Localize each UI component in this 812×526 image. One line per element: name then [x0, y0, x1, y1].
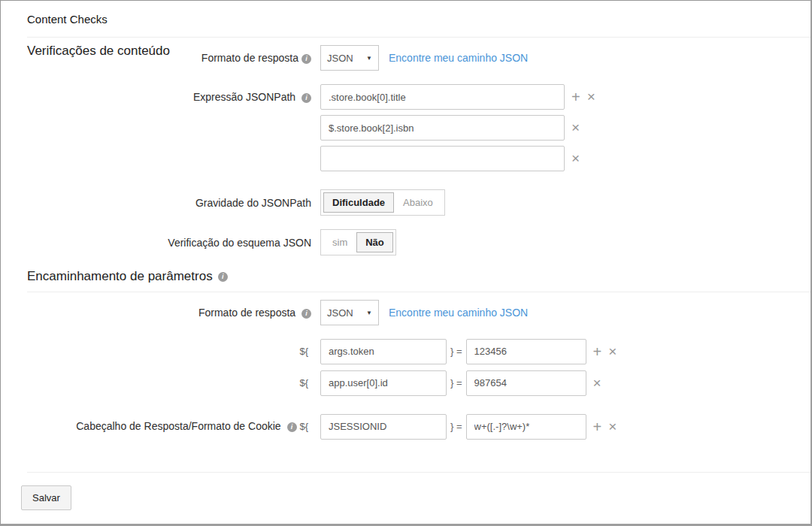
response-format-select-2[interactable]: JSON ▼ [320, 300, 379, 325]
section2-heading: Encaminhamento de parâmetros [27, 269, 213, 284]
remove-row-icon[interactable]: × [571, 146, 580, 171]
jsonpath-severity-toggle: Dificuldade Abaixo [320, 189, 445, 216]
app-window: Content Checks Verificações de conteúdo … [0, 0, 812, 526]
param-row-2: ${ } = × [27, 370, 810, 396]
cookie-format-row: Cabeçalho de Resposta/Formato de Cookie … [27, 413, 810, 440]
param-value-input-1[interactable] [466, 339, 586, 364]
jsonpath-severity-row: Gravidade do JSONPath Dificuldade Abaixo [27, 189, 810, 216]
response-format-label-2: Formato de resposta i [27, 300, 320, 325]
section2-divider [27, 292, 810, 292]
section-parameter-forwarding: Encaminhamento de parâmetros i Formato d… [27, 269, 810, 440]
cookie-value-input[interactable] [466, 414, 586, 440]
jsonpath-input-3[interactable] [320, 146, 565, 171]
response-format-select-1[interactable]: JSON ▼ [320, 45, 379, 71]
jsonpath-input-2[interactable] [320, 115, 565, 141]
schema-option-nao[interactable]: Não [356, 232, 393, 252]
param-row-spacer: ${ [27, 338, 320, 364]
find-json-path-link-1[interactable]: Encontre meu caminho JSON [389, 52, 528, 64]
section1-heading: Verificações de conteúdo [27, 44, 170, 59]
jsonpath-severity-label: Gravidade do JSONPath [27, 190, 320, 216]
info-icon[interactable]: i [301, 309, 311, 319]
find-json-path-link-2[interactable]: Encontre meu caminho JSON [389, 307, 528, 319]
jsonpath-row: + × [320, 84, 595, 110]
schema-option-sim[interactable]: sim [323, 232, 356, 252]
param-row-1: ${ } = + × [27, 338, 810, 364]
param-key-input-2[interactable] [320, 370, 447, 396]
json-schema-check-toggle: sim Não [320, 229, 396, 255]
jsonpath-row: × [320, 115, 595, 141]
json-schema-check-row: Verificação do esquema JSON sim Não [27, 229, 810, 255]
jsonpath-expression-label: Expressão JSONPath i [27, 84, 320, 110]
cookie-key-input[interactable] [320, 414, 447, 440]
response-format-row-2: Formato de resposta i JSON ▼ Encontre me… [27, 300, 810, 325]
severity-option-abaixo[interactable]: Abaixo [394, 192, 442, 213]
jsonpath-expression-group: Expressão JSONPath i + × × × [27, 84, 810, 177]
content-area: Content Checks Verificações de conteúdo … [1, 1, 810, 440]
response-format-value-2: JSON [327, 307, 353, 319]
json-schema-check-label: Verificação do esquema JSON [27, 230, 320, 255]
jsonpath-input-1[interactable] [320, 84, 565, 110]
jsonpath-row: × [320, 146, 595, 171]
chevron-down-icon: ▼ [366, 310, 372, 316]
param-value-input-2[interactable] [466, 370, 586, 396]
section2-heading-row: Encaminhamento de parâmetros i [27, 269, 810, 284]
info-icon[interactable]: i [287, 422, 297, 432]
param-row-spacer: ${ [27, 370, 320, 396]
severity-option-dificuldade[interactable]: Dificuldade [323, 192, 394, 213]
page-title: Content Checks [27, 13, 810, 26]
remove-row-icon[interactable]: × [587, 84, 595, 110]
remove-row-icon[interactable]: × [593, 370, 601, 396]
save-button[interactable]: Salvar [21, 485, 71, 510]
remove-row-icon[interactable]: × [608, 414, 617, 440]
remove-row-icon[interactable]: × [571, 115, 580, 141]
add-row-icon[interactable]: + [593, 339, 602, 364]
add-row-icon[interactable]: + [593, 414, 602, 440]
section-content-checks: Verificações de conteúdo Formato de resp… [27, 38, 810, 255]
info-icon[interactable]: i [301, 54, 311, 64]
add-row-icon[interactable]: + [571, 84, 580, 110]
param-key-input-1[interactable] [320, 339, 447, 364]
cookie-format-label: Cabeçalho de Resposta/Formato de Cookie … [27, 413, 320, 440]
chevron-down-icon: ▼ [366, 55, 372, 62]
info-icon[interactable]: i [301, 93, 311, 103]
footer: Salvar [1, 473, 810, 510]
jsonpath-inputs: + × × × [320, 84, 595, 177]
info-icon[interactable]: i [218, 272, 228, 282]
remove-row-icon[interactable]: × [608, 339, 617, 364]
response-format-value: JSON [327, 53, 353, 64]
